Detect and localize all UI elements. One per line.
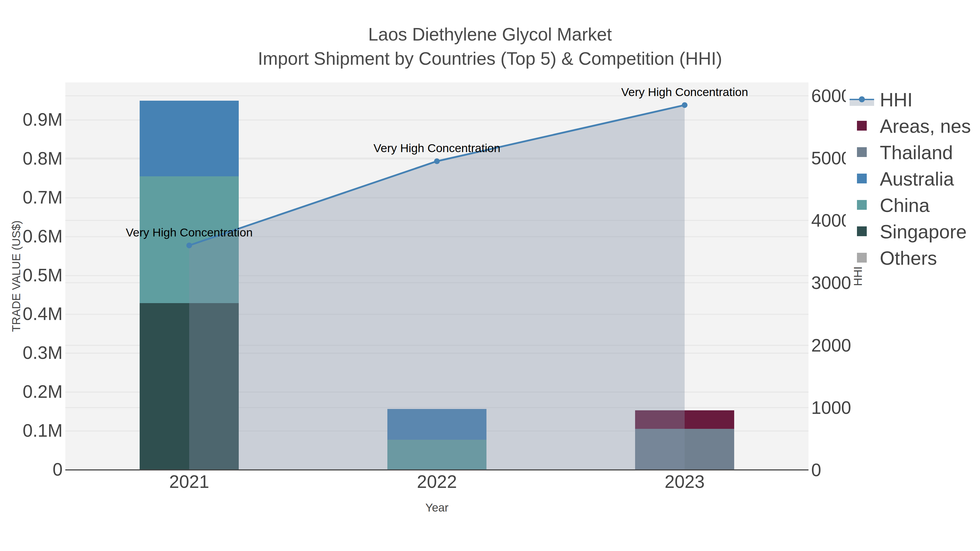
left-tick-label-0.3m: 0.3M [22, 344, 63, 362]
x-tick-label-2022: 2022 [382, 473, 492, 491]
left-tick-label-0: 0 [52, 460, 63, 478]
left-tick-label-0.4m: 0.4M [22, 305, 63, 323]
right-tick-label-2000: 2000 [811, 336, 851, 354]
legend-swatch-china [857, 200, 867, 210]
chart-canvas: 00.1M0.2M0.3M0.4M0.5M0.6M0.7M0.8M0.9M 01… [0, 0, 980, 551]
right-tick-label-3000: 3000 [811, 274, 851, 292]
chart-title-line2: Import Shipment by Countries (Top 5) & C… [0, 49, 980, 67]
legend-item-singapore[interactable]: Singapore [846, 218, 980, 245]
left-tick-label-0.5m: 0.5M [22, 266, 63, 284]
legend-swatch-others [857, 253, 867, 263]
x-tick-label-2021: 2021 [135, 473, 243, 491]
left-tick-label-0.2m: 0.2M [22, 383, 63, 400]
hhi-marker-2023[interactable] [682, 102, 687, 108]
legend: HHIAreas, nesThailandAustraliaChinaSinga… [846, 85, 980, 265]
legend-label-singapore: Singapore [880, 222, 967, 241]
legend-item-china[interactable]: China [846, 192, 980, 218]
hhi-marker-2021[interactable] [186, 243, 192, 248]
right-tick-label-5000: 5000 [811, 149, 851, 167]
annotation-2021: Very High Concentration [53, 226, 325, 239]
legend-item-hhi[interactable]: HHI [846, 86, 980, 113]
left-tick-label-0.9m: 0.9M [22, 111, 63, 129]
legend-label-areas-nes: Areas, nes [880, 117, 971, 136]
legend-item-areas-nes[interactable]: Areas, nes [846, 113, 980, 139]
legend-label-thailand: Thailand [880, 143, 953, 162]
y-axis-title-left-text: TRADE VALUE (US$) [11, 221, 22, 332]
legend-item-others[interactable]: Others [846, 245, 980, 271]
legend-item-australia[interactable]: Australia [846, 165, 980, 192]
legend-swatch-thailand [857, 147, 867, 157]
legend-item-thailand[interactable]: Thailand [846, 139, 980, 165]
chart-title-line1: Laos Diethylene Glycol Market [0, 25, 980, 43]
right-tick-label-1000: 1000 [811, 399, 851, 417]
legend-label-hhi: HHI [880, 91, 913, 110]
hhi-marker-2022[interactable] [434, 158, 440, 164]
x-axis-line [65, 469, 808, 470]
legend-marker-symbol [859, 96, 865, 102]
right-tick-label-4000: 4000 [811, 211, 851, 229]
legend-swatch-singapore [857, 226, 867, 236]
x-tick-label-2023: 2023 [630, 473, 739, 491]
legend-label-australia: Australia [880, 170, 954, 189]
x-axis-title: Year [382, 502, 492, 513]
left-tick-label-0.7m: 0.7M [22, 188, 63, 206]
left-tick-label-0.1m: 0.1M [22, 421, 63, 440]
right-tick-label-0: 0 [811, 461, 821, 479]
legend-swatch-areas-nes [857, 121, 867, 130]
annotation-2023: Very High Concentration [549, 86, 821, 98]
left-tick-label-0.8m: 0.8M [22, 149, 63, 167]
legend-swatch-australia [857, 174, 867, 183]
annotation-2022: Very High Concentration [301, 141, 573, 154]
legend-label-china: China [880, 196, 930, 215]
legend-label-others: Others [880, 249, 937, 268]
